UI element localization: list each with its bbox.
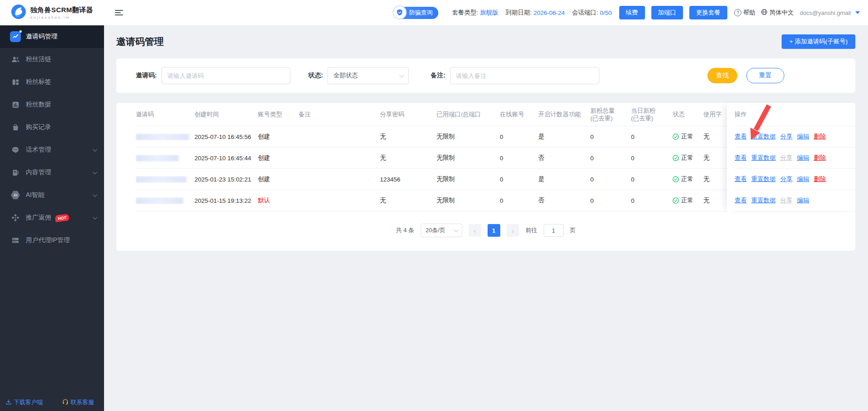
delete-link[interactable]: 删除: [814, 133, 826, 141]
cell-online: 0: [500, 134, 538, 140]
sidebar-item-content[interactable]: 内容管理: [0, 161, 104, 184]
cell-ports: 无限制: [436, 133, 500, 141]
status-filter-label: 状态:: [308, 72, 323, 80]
edit-link[interactable]: 编辑: [797, 154, 809, 162]
page-title: 邀请码管理: [116, 35, 164, 48]
page-unit: 页: [570, 226, 576, 234]
reset-data-link[interactable]: 重置数据: [751, 154, 776, 162]
plan-type: 套餐类型: 旗舰版: [452, 9, 498, 17]
cell-online: 0: [500, 176, 538, 183]
goto-page-input[interactable]: [544, 224, 564, 237]
add-invite-code-button[interactable]: + 添加邀请码(子账号): [782, 34, 855, 49]
add-port-button[interactable]: 加端口: [651, 6, 683, 19]
total-count: 共 4 条: [396, 226, 414, 234]
sidebar-item-label: AI智能: [26, 191, 44, 199]
sidebar-item-purchases[interactable]: 购买记录: [0, 116, 104, 139]
expiry-date: 到期日期: 2026-06-24: [506, 9, 565, 17]
cell-counter: 否: [538, 196, 590, 205]
change-plan-button[interactable]: 更换套餐: [689, 6, 727, 19]
brand-logo-area: 独角兽SCRM翻译器 dujiaoshou.im: [0, 4, 104, 21]
renew-button[interactable]: 续费: [619, 6, 645, 19]
cell-total-fans: 0: [590, 155, 631, 162]
share-link[interactable]: 分享: [780, 133, 792, 141]
language-switcher[interactable]: 简体中文: [761, 9, 794, 17]
view-link[interactable]: 查看: [735, 133, 747, 141]
delete-link[interactable]: 删除: [814, 154, 826, 162]
invite-code-redacted: [136, 197, 183, 204]
view-link[interactable]: 查看: [735, 154, 747, 162]
ports-value: 0/50: [600, 10, 612, 16]
invite-code-icon: [10, 31, 21, 42]
col-header-total-fans: 新粉总量 (已去重): [590, 107, 631, 122]
account-email[interactable]: docs@yanshi.gmail: [800, 10, 851, 16]
fraud-check-badge[interactable]: 防骗查询: [394, 7, 438, 19]
sidebar-item-fan-data[interactable]: 粉丝数据: [0, 93, 104, 116]
status-ok-icon: [673, 134, 679, 140]
contact-support-link[interactable]: 联系客服: [62, 398, 94, 406]
question-circle-icon: ?: [734, 9, 741, 16]
sidebar-item-scripts[interactable]: 话术管理: [0, 139, 104, 161]
sidebar-item-invite-codes[interactable]: 邀请码管理: [0, 25, 104, 48]
sidebar-item-label: 推广返佣: [26, 214, 51, 222]
brand-subtitle: dujiaoshou.im: [30, 15, 93, 19]
goto-label: 前往: [526, 226, 537, 234]
search-button[interactable]: 查找: [707, 68, 737, 83]
sidebar-item-referral[interactable]: 推广返佣 HOT: [0, 206, 104, 229]
col-header-status: 状态: [673, 110, 703, 119]
edit-link[interactable]: 编辑: [797, 196, 809, 205]
status-select[interactable]: 全部状态: [327, 67, 409, 84]
reset-button[interactable]: 重置: [746, 68, 784, 83]
edit-link[interactable]: 编辑: [797, 133, 809, 141]
chevron-down-icon: [93, 147, 97, 152]
cell-created: 2025-07-10 16:45:44: [194, 155, 258, 162]
page-size-select[interactable]: 20条/页: [421, 224, 462, 237]
code-filter-input[interactable]: [161, 67, 290, 84]
cell-usage: 无: [703, 154, 727, 162]
cell-total-fans: 0: [590, 134, 631, 140]
reset-data-link[interactable]: 重置数据: [751, 133, 776, 141]
next-page-button[interactable]: ›: [507, 224, 519, 237]
edit-link[interactable]: 编辑: [797, 175, 809, 183]
pagination: 共 4 条 20条/页 ‹ 1 › 前往 页: [116, 224, 855, 237]
download-client-link[interactable]: 下载客户端: [5, 398, 43, 406]
cell-counter: 是: [538, 133, 590, 141]
session-ports: 会话端口: 0/50: [572, 9, 612, 17]
current-page[interactable]: 1: [488, 224, 500, 237]
account-dropdown-caret-icon[interactable]: [855, 11, 860, 14]
globe-icon: [761, 9, 768, 17]
ai-icon: AI: [11, 191, 20, 200]
sidebar-item-fan-tags[interactable]: 粉丝标签: [0, 71, 104, 93]
collapse-sidebar-icon[interactable]: [115, 10, 123, 15]
topbar: 独角兽SCRM翻译器 dujiaoshou.im 防骗查询 套餐类型: 旗舰版 …: [0, 0, 868, 25]
reset-data-link[interactable]: 重置数据: [751, 175, 776, 183]
view-link[interactable]: 查看: [735, 175, 747, 183]
cell-account-type: 默认: [258, 196, 299, 205]
delete-link[interactable]: 删除: [814, 175, 826, 183]
cell-invite-code: [136, 155, 194, 162]
invite-code-redacted: [136, 134, 189, 140]
chat-bubble-icon: [10, 146, 21, 154]
view-link[interactable]: 查看: [735, 196, 747, 205]
sidebar-item-fan-links[interactable]: 粉丝活链: [0, 48, 104, 71]
cell-today-fans: 0: [631, 155, 673, 162]
sidebar-item-ai[interactable]: AI AI智能: [0, 184, 104, 206]
reset-data-link[interactable]: 重置数据: [751, 196, 776, 205]
prev-page-button[interactable]: ‹: [469, 224, 481, 237]
filter-card: 邀请码: 状态: 全部状态 备注: 查找 重置: [116, 58, 855, 93]
help-link[interactable]: ? 帮助: [734, 9, 755, 17]
operations-row: 查看 重置数据 分享 编辑: [735, 190, 855, 211]
cell-account-type: 创建: [258, 154, 299, 162]
fraud-badge-label: 防骗查询: [409, 9, 432, 17]
cell-share-pwd: 无: [380, 154, 436, 162]
bar-chart-icon: [10, 101, 21, 109]
cell-ports: 无限制: [436, 154, 500, 162]
note-filter-label: 备注:: [431, 72, 446, 80]
note-filter-input[interactable]: [450, 67, 599, 84]
col-header-operations: 操作: [735, 103, 855, 126]
unicorn-logo-icon: [11, 4, 26, 21]
download-icon: [5, 399, 12, 406]
sidebar-item-proxy-ip[interactable]: 用户代理IP管理: [0, 229, 104, 252]
share-link[interactable]: 分享: [780, 175, 792, 183]
sidebar-item-label: 话术管理: [26, 146, 51, 154]
cell-usage: 无: [703, 196, 727, 205]
